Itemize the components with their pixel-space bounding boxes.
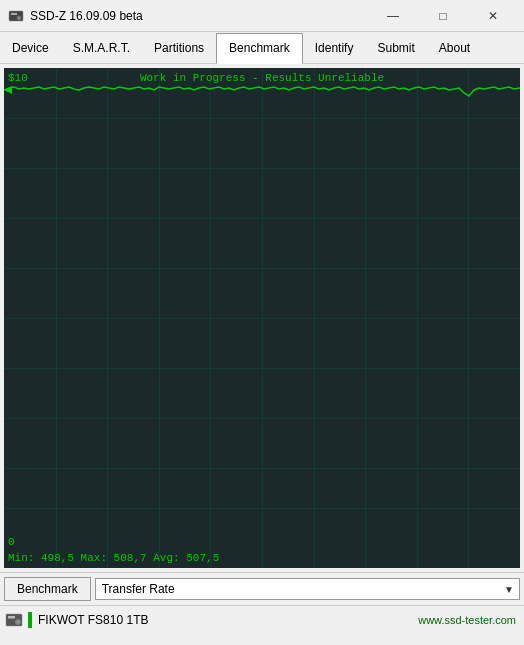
- website-link: www.ssd-tester.com: [418, 614, 520, 626]
- chart-y-label-bottom: 0: [8, 536, 15, 548]
- svg-point-8: [17, 621, 19, 623]
- drive-indicator: [28, 612, 32, 628]
- status-bar: FIKWOT FS810 1TB www.ssd-tester.com: [0, 605, 524, 633]
- chart-svg: [4, 68, 520, 568]
- svg-rect-6: [8, 616, 15, 619]
- menu-partitions[interactable]: Partitions: [142, 32, 216, 63]
- svg-rect-1: [11, 13, 17, 15]
- drive-name: FIKWOT FS810 1TB: [38, 613, 418, 627]
- svg-marker-4: [4, 86, 12, 94]
- chart-y-label-top: $10: [8, 72, 28, 84]
- menu-smart[interactable]: S.M.A.R.T.: [61, 32, 142, 63]
- metric-dropdown[interactable]: Transfer Rate IOPS Access Time: [95, 578, 520, 600]
- status-icon: [4, 610, 24, 630]
- chart-title: Work in Progress - Results Unreliable: [140, 72, 384, 84]
- menu-bar: Device S.M.A.R.T. Partitions Benchmark I…: [0, 32, 524, 64]
- minimize-button[interactable]: —: [370, 4, 416, 28]
- menu-benchmark[interactable]: Benchmark: [216, 33, 303, 64]
- bottom-controls: Benchmark Transfer Rate IOPS Access Time…: [0, 572, 524, 605]
- menu-device[interactable]: Device: [0, 32, 61, 63]
- app-title: SSD-Z 16.09.09 beta: [30, 9, 143, 23]
- svg-point-3: [18, 17, 20, 19]
- chart-stats: Min: 498,5 Max: 508,7 Avg: 507,5: [8, 552, 219, 564]
- window-controls: — □ ✕: [370, 4, 516, 28]
- menu-submit[interactable]: Submit: [365, 32, 426, 63]
- title-bar: SSD-Z 16.09.09 beta — □ ✕: [0, 0, 524, 32]
- menu-about[interactable]: About: [427, 32, 482, 63]
- benchmark-button[interactable]: Benchmark: [4, 577, 91, 601]
- metric-dropdown-wrapper: Transfer Rate IOPS Access Time ▼: [95, 578, 520, 600]
- menu-identify[interactable]: Identify: [303, 32, 366, 63]
- maximize-button[interactable]: □: [420, 4, 466, 28]
- svg-rect-0: [9, 11, 23, 21]
- app-icon: [8, 8, 24, 24]
- close-button[interactable]: ✕: [470, 4, 516, 28]
- benchmark-chart: $10 Work in Progress - Results Unreliabl…: [4, 68, 520, 568]
